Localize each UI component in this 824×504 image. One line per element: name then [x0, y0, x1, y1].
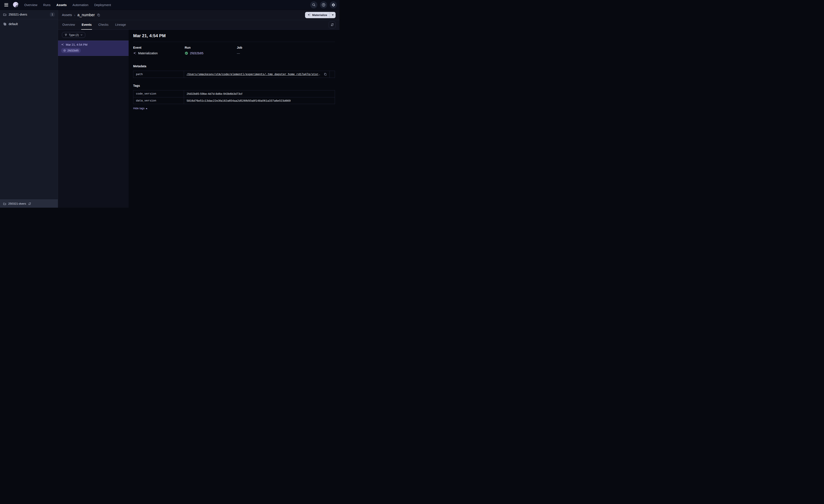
events-filter-row: Type (2) [58, 30, 129, 41]
event-type-value: Materialization [138, 51, 158, 55]
folder-icon [3, 202, 6, 205]
metadata-path-link[interactable]: /Users/smackesey/stm/code/elementl/exper… [187, 73, 322, 76]
asset-page-header: Assets › a_number [58, 10, 339, 30]
sidebar-group-label: 250321-dvers [9, 13, 27, 16]
asset-count-badge: 1 [50, 12, 55, 17]
breadcrumb-chevron: › [74, 13, 75, 17]
app-root: Overview Runs Assets Automation Deployme… [0, 0, 339, 208]
event-list-item-selected[interactable]: Mar 21, 4:54 PM 2fd32b85 [58, 41, 129, 56]
nav-item-automation[interactable]: Automation [73, 3, 88, 7]
reload-location-icon[interactable] [28, 202, 31, 205]
table-row: code_version 2fd32b85-59be-4d7d-8d6e-943… [133, 91, 335, 97]
primary-nav: Overview Runs Assets Automation Deployme… [24, 3, 111, 7]
metadata-heading: Metadata [133, 65, 335, 68]
nav-item-runs[interactable]: Runs [43, 3, 50, 7]
folder-icon [3, 13, 6, 16]
run-id-label: 2fd32b85 [67, 49, 79, 52]
event-column-header: Event [133, 46, 185, 49]
page-title: a_number [78, 13, 95, 17]
asset-tabs: Overview Events Checks Lineage [58, 20, 339, 30]
event-summary-columns: Event Materialization [133, 46, 335, 55]
detail-divider [133, 42, 335, 42]
event-detail-panel: Mar 21, 4:54 PM Event [129, 30, 339, 208]
breadcrumb: Assets › a_number [58, 10, 339, 20]
hide-tags-label: Hide tags [133, 107, 144, 110]
job-value: — [237, 51, 240, 55]
materialize-sparkle-icon [307, 13, 311, 17]
metadata-table: path /Users/smackesey/stm/code/elementl/… [133, 71, 335, 78]
tab-events[interactable]: Events [81, 23, 92, 29]
top-nav: Overview Runs Assets Automation Deployme… [0, 0, 339, 10]
menu-icon[interactable] [3, 1, 10, 9]
tab-lineage[interactable]: Lineage [115, 23, 126, 29]
help-icon[interactable] [320, 1, 327, 8]
materialize-split-button: Materialize [305, 12, 335, 18]
materialize-label: Materialize [312, 13, 327, 17]
metadata-key: path [133, 71, 184, 78]
table-row: path /Users/smackesey/stm/code/elementl/… [133, 71, 335, 78]
run-column-header: Run [185, 46, 237, 49]
filter-funnel-icon [65, 33, 67, 36]
top-nav-actions [310, 1, 337, 8]
run-id-pill[interactable]: 2fd32b85 [61, 48, 81, 53]
copy-asset-name-icon[interactable] [97, 13, 100, 17]
run-status-icon [63, 49, 66, 52]
asset-sidebar: 250321-dvers 1 default 250321-dvers [0, 10, 58, 208]
materialize-button[interactable]: Materialize [305, 12, 329, 18]
code-location-footer[interactable]: 250321-dvers [0, 200, 58, 208]
settings-gear-icon[interactable] [330, 1, 337, 8]
caret-up-icon [146, 108, 147, 109]
nav-item-deployment[interactable]: Deployment [94, 3, 111, 7]
job-column-header: Job [237, 46, 335, 49]
copy-path-icon[interactable] [324, 73, 327, 76]
tab-overview[interactable]: Overview [62, 23, 75, 29]
metadata-section: Metadata path /Users/smackesey/stm/code/… [133, 65, 335, 78]
type-filter-label: Type (2) [69, 33, 79, 36]
refresh-events-button[interactable] [329, 21, 335, 28]
sidebar-item-code-location[interactable]: 250321-dvers 1 [0, 10, 58, 19]
events-list-panel: Type (2) [58, 30, 129, 208]
materialize-dropdown-button[interactable] [330, 12, 335, 18]
run-success-check-icon [185, 51, 188, 55]
materialization-sparkle-icon [133, 52, 136, 55]
tag-value: 5816d76e51c13dac22e3fa182a654aa2d526fb50… [187, 99, 291, 102]
table-row: data_version 5816d76e51c13dac22e3fa182a6… [133, 97, 335, 104]
tag-value: 2fd32b85-59be-4d7d-8d6e-943b6b3d73cf [187, 92, 242, 95]
tag-key: code_version [133, 91, 184, 97]
footer-location-label: 250321-dvers [8, 202, 26, 205]
asset-group-icon [3, 22, 6, 26]
nav-item-assets[interactable]: Assets [56, 3, 67, 7]
metadata-row-action-cell [329, 71, 335, 78]
hide-tags-link[interactable]: Hide tags [133, 107, 147, 110]
caret-down-icon [332, 14, 334, 16]
event-timestamp: Mar 21, 4:54 PM [66, 43, 88, 46]
sidebar-item-label: default [9, 22, 18, 26]
nav-item-overview[interactable]: Overview [24, 3, 37, 7]
search-icon[interactable] [310, 1, 317, 8]
type-filter-button[interactable]: Type (2) [62, 32, 85, 38]
breadcrumb-assets-link[interactable]: Assets [62, 13, 72, 17]
chevron-down-icon [80, 34, 83, 36]
tags-section: Tags code_version 2fd32b85-59be-4d7d-8d6… [133, 84, 335, 110]
tags-table: code_version 2fd32b85-59be-4d7d-8d6e-943… [133, 90, 335, 104]
tags-heading: Tags [133, 84, 335, 87]
tag-key: data_version [133, 97, 184, 104]
tab-checks[interactable]: Checks [98, 23, 109, 29]
materialization-sparkle-icon [61, 43, 64, 46]
sidebar-item-default-group[interactable]: default [0, 19, 58, 28]
event-detail-title: Mar 21, 4:54 PM [133, 33, 335, 38]
run-id-link[interactable]: 2fd32b85 [190, 51, 204, 55]
dagster-logo-icon[interactable] [12, 1, 19, 9]
